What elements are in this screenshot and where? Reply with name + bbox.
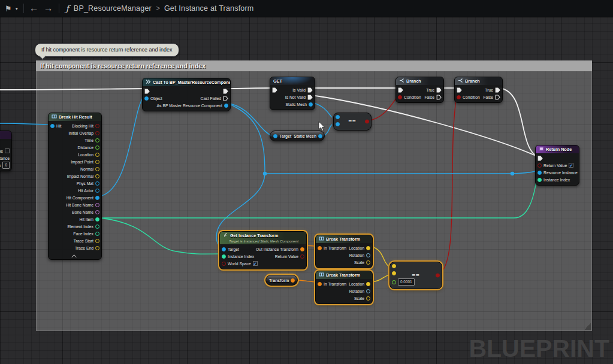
pin-transform[interactable] [291,278,295,283]
function-icon: ƒ [66,4,69,13]
pin-scale[interactable] [366,260,370,265]
pin-rotation[interactable] [366,253,370,257]
value-input[interactable]: 0 [2,162,10,169]
pin-location[interactable] [366,246,370,250]
pin-resource-instance[interactable] [537,171,542,175]
pin-hit-component[interactable] [95,196,99,200]
pin-time[interactable] [95,138,99,142]
node-get-instance-transform[interactable]: Get Instance TransformTarget is Instance… [219,231,307,269]
node-break-hit-result[interactable]: Break Hit ResultHitBlocking HitInitial O… [48,113,102,260]
pin-in-transform[interactable] [318,246,322,250]
node-get-validated[interactable]: GETIs ValidIs Not ValidStatic Mesh [270,77,315,110]
pin-label: Scale [354,296,364,301]
pin-target[interactable] [222,247,226,251]
pin-phys-mat[interactable] [95,181,99,186]
comment-title[interactable]: If hit component is resource return refe… [36,60,592,71]
node-title: Cast To BP_MasterResourceComponent [153,80,230,85]
pin-instance-index[interactable] [222,254,226,259]
node-subtitle: Target is Instanced Static Mesh Componen… [220,239,306,244]
node-branch-2[interactable]: BranchTrueConditionFalse [454,77,503,103]
pin-result[interactable] [436,274,440,278]
comment-resize-handle[interactable] [584,323,591,330]
pin-location[interactable] [95,153,99,157]
cast-icon [146,79,151,86]
pin-target[interactable] [273,134,277,138]
pin-in-transform[interactable] [318,282,322,286]
forward-arrow-icon[interactable]: → [41,3,56,14]
value-input[interactable]: 0.0001 [398,278,415,286]
pin-label: Bone Name [72,210,93,214]
pin-world-space[interactable] [222,262,226,266]
pin-distance[interactable] [95,145,99,150]
pin-pin [398,87,403,93]
pin-label: False [483,95,493,99]
pin-bone-name[interactable] [95,210,99,214]
pin-element-index[interactable] [95,225,99,229]
pin-static-mesh[interactable] [309,102,313,107]
pin-hit-actor[interactable] [95,189,99,193]
pin-hit-bone-name[interactable] [95,203,99,207]
pin-trace-start[interactable] [95,239,99,243]
node-cast-to-bp-masterresourcecomponent[interactable]: Cast To BP_MasterResourceComponentObject… [142,78,231,111]
checkbox-world-space[interactable]: ✔ [253,261,258,266]
node-get-static-mesh[interactable]: TargetStatic Mesh [270,131,325,141]
pin-row: nstance [0,154,11,162]
pin-trace-end[interactable] [95,246,99,250]
pin-row: Rotation [316,287,372,295]
pin-hit[interactable] [50,124,55,128]
pin-static-mesh[interactable] [318,134,322,138]
pin-normal[interactable] [95,167,99,171]
pin-row: Element Index [49,223,101,230]
pin-condition[interactable] [457,95,461,99]
pin-label: Cast Failed [201,96,221,101]
pin-impact-point[interactable] [95,160,99,164]
pin-as-bp-master-resource-component[interactable] [224,104,228,108]
pin-is-not-valid [307,95,313,100]
pin-instance-index[interactable] [537,178,542,182]
pin-label: Trace Start [74,239,93,243]
node-return[interactable]: Return NodeReturn Value✔Resource Instanc… [535,145,579,186]
pin-return-value[interactable] [300,254,304,259]
pin-label: Condition [463,95,480,99]
pin-row: Hit Actor [49,187,101,194]
pin-out-instance-transform[interactable] [300,247,304,251]
pin-label: Location [349,246,364,250]
breadcrumb-current[interactable]: Get Instance at Transform [164,4,254,13]
pin-label: Face Index [73,232,93,236]
pin-label: Static Mesh [294,134,316,138]
chevron-down-icon[interactable]: ▾ [13,6,20,11]
pin-return-value[interactable] [537,163,542,168]
mouse-cursor [318,122,327,132]
pin-rotation[interactable] [366,289,370,293]
checkbox-return-value[interactable]: ✔ [569,163,573,168]
pin-hit-item[interactable] [95,217,99,222]
pin-face-index[interactable] [95,232,99,236]
collapse-chevron-icon[interactable] [49,253,101,259]
comment-tooltip: If hit component is resource return refe… [35,43,179,57]
node-break-transform-2[interactable]: Break TransformIn TransformLocationRotat… [315,271,373,304]
node-equal-operator[interactable]: == [333,113,372,131]
pin-location[interactable] [366,282,370,286]
pin-scale[interactable] [366,296,370,301]
branch-icon [458,78,463,84]
node-break-transform-1[interactable]: Break TransformIn TransformLocationRotat… [315,235,373,268]
pin-row: ObjectCast Failed [143,95,230,102]
node-equal-tolerance-operator[interactable]: 0.0001== [389,262,442,289]
pin-object[interactable] [144,96,149,101]
pin-condition[interactable] [398,95,402,99]
node-transform-getter[interactable]: Transform [265,275,298,286]
pin-label: Impact Normal [67,174,93,178]
pin-label: dex [0,163,1,168]
node-title: Break Transform [326,236,360,242]
pin-blocking-hit[interactable] [95,124,99,128]
pin-initial-overlap[interactable] [95,131,99,135]
pin-result[interactable] [365,120,369,124]
pin-label: Blocking Hit [72,124,93,128]
node-branch-1[interactable]: BranchTrueConditionFalse [395,77,444,103]
checkbox-ue[interactable] [5,148,10,153]
pin-label: Trace End [75,246,93,250]
node-return-partial[interactable]: deuenstancedex0 [0,131,12,171]
breadcrumb-root[interactable]: BP_ResourceManager [74,4,152,13]
back-arrow-icon[interactable]: ← [27,3,41,14]
pin-impact-normal[interactable] [95,174,99,178]
